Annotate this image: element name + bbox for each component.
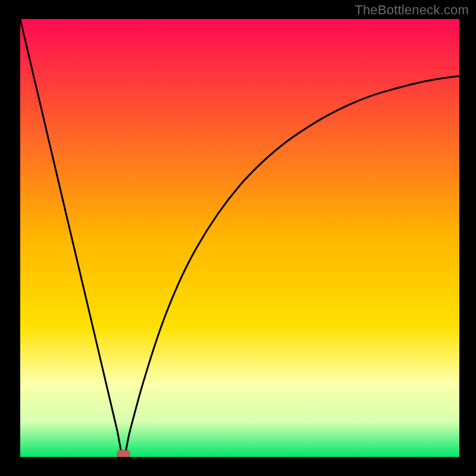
bottleneck-curve-path [20, 19, 459, 457]
chart-frame: TheBottleneck.com [0, 0, 476, 476]
watermark-text: TheBottleneck.com [355, 2, 469, 18]
curve-layer [20, 19, 459, 457]
plot-area [20, 19, 459, 457]
min-marker [117, 450, 130, 457]
